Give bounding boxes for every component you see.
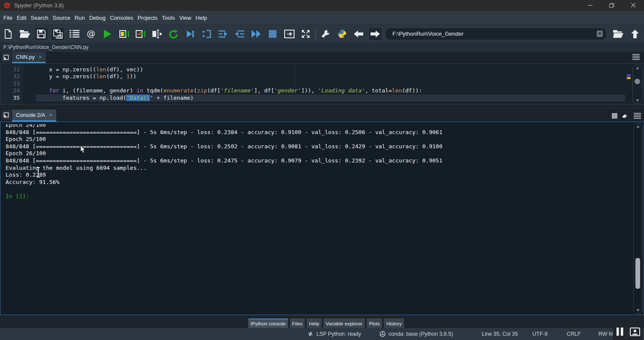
run-cell-button[interactable] (117, 27, 131, 41)
menu-help[interactable]: Help (193, 15, 209, 21)
editor-scrollbar-thumb[interactable] (635, 79, 640, 84)
forward-button[interactable] (368, 27, 382, 41)
menu-source[interactable]: Source (51, 15, 73, 21)
outline-explorer-button[interactable] (67, 27, 81, 41)
continue-execution-button[interactable] (249, 27, 263, 41)
run-file-button[interactable] (100, 27, 114, 41)
run-cell-advance-button[interactable] (134, 27, 147, 41)
close-button[interactable] (623, 0, 644, 11)
menu-consoles[interactable]: Consoles (108, 15, 135, 21)
save-button[interactable] (34, 27, 48, 41)
debug-file-icon (186, 30, 194, 38)
code-line-34: 34 for i, (filename, gender) in tqdm(enu… (0, 87, 625, 95)
remove-variables-icon[interactable] (621, 112, 629, 119)
run-selection-button[interactable] (150, 27, 164, 41)
menu-run[interactable]: Run (73, 15, 87, 21)
code-editor[interactable]: 31 x = np.zeros((len(df), vec))32 y = np… (0, 63, 644, 104)
console-tab[interactable]: Console 2/A × (12, 110, 56, 122)
debug-cell-button[interactable] (200, 27, 213, 41)
console-output-line: Accuracy: 91.56% (6, 179, 631, 186)
menu-view[interactable]: View (177, 15, 193, 21)
stop-debug-button[interactable] (266, 27, 279, 41)
browse-tabs-button[interactable] (2, 53, 11, 62)
outline-explorer-icon (70, 30, 79, 38)
open-file-button[interactable] (18, 27, 32, 41)
maximize-pane-button[interactable] (283, 27, 296, 41)
main-toolbar: @ F:\PythonRun\Voice_Gender (0, 25, 644, 43)
conda-icon (380, 331, 386, 337)
step-over-icon (218, 30, 228, 38)
scroll-flag-area (626, 64, 632, 104)
screenshot-overlay-button[interactable] (627, 323, 643, 340)
rerun-cell-button[interactable] (167, 27, 180, 41)
open-dir-button[interactable] (611, 27, 625, 41)
pane-tab-bar: IPython consoleFilesHelpVariable explore… (248, 319, 404, 328)
window-title: Spyder (Python 3.8) (14, 2, 64, 9)
minimize-button[interactable] (580, 0, 601, 11)
save-all-button[interactable] (51, 27, 65, 41)
code-line-33: 33 (0, 80, 625, 88)
code-line-31: 31 x = np.zeros((len(df), vec)) (0, 66, 625, 74)
step-over-button[interactable] (216, 27, 230, 41)
scroll-flag-orange (627, 77, 631, 79)
pane-tab-files[interactable]: Files (290, 319, 305, 328)
tab-close-icon[interactable]: × (39, 54, 42, 60)
editor-tab-cnn[interactable]: CNN.py × (12, 52, 46, 63)
parent-dir-button[interactable] (628, 27, 642, 41)
menu-tools[interactable]: Tools (160, 15, 177, 21)
back-button[interactable] (352, 27, 365, 41)
rerun-cell-icon (168, 29, 179, 39)
find-symbols-button[interactable]: @ (84, 27, 98, 41)
debug-file-button[interactable] (183, 27, 197, 41)
status-bar: LSP Python: ready conda: base (Python 3.… (0, 328, 644, 340)
run-cell-icon (119, 29, 129, 39)
open-file-icon (19, 29, 30, 39)
new-file-icon (3, 29, 13, 39)
open-dir-icon (613, 29, 624, 39)
pane-tab-plots[interactable]: Plots (367, 319, 383, 328)
pane-tab-history[interactable]: History (384, 319, 404, 328)
console-scrollbar-thumb[interactable] (635, 258, 640, 289)
console-tab-close-icon[interactable]: × (49, 112, 52, 118)
pane-tab-variable-explorer[interactable]: Variable explorer (323, 319, 365, 328)
menu-edit[interactable]: Edit (15, 15, 28, 21)
menu-file[interactable]: File (1, 15, 15, 21)
find-symbols-icon: @ (86, 29, 96, 39)
cursor-position-status: Line 35, Col 35 (482, 328, 518, 340)
console-browse-tabs-button[interactable] (2, 110, 11, 119)
menu-search[interactable]: Search (28, 15, 50, 21)
step-into-button[interactable] (233, 27, 246, 41)
console-options-icon[interactable] (633, 112, 641, 119)
preferences-icon (321, 29, 330, 39)
line-number: 32 (0, 73, 20, 80)
python-env-icon (337, 29, 347, 39)
console-output-line: Epoch 26/100 (6, 150, 631, 157)
code-line-32: 32 y = np.zeros((len(df), 1)) (0, 73, 625, 80)
mouse-cursor (80, 145, 86, 155)
editor-scrollbar[interactable] (632, 64, 643, 104)
console-output-line: Evaluating the model using 6694 samples.… (6, 165, 631, 172)
spyder-app-icon (4, 2, 10, 9)
preferences-button[interactable] (319, 27, 332, 41)
new-file-button[interactable] (1, 27, 15, 41)
fullscreen-button[interactable] (299, 27, 313, 41)
working-directory-dropdown[interactable] (597, 31, 603, 37)
menu-bar: FileEditSearchSourceRunDebugConsolesProj… (0, 11, 644, 25)
pane-tab-help[interactable]: Help (307, 319, 322, 328)
maximize-pane-icon (284, 29, 295, 39)
code-line-35: 35 features = np.load('Data\\' + filenam… (0, 95, 625, 102)
menu-projects[interactable]: Projects (135, 15, 160, 21)
console-scrollbar[interactable] (633, 123, 643, 314)
run-cell-advance-icon (135, 29, 146, 39)
restore-button[interactable] (601, 0, 623, 11)
stop-debug-icon (268, 30, 277, 38)
python-env-button[interactable] (335, 27, 349, 41)
line-number: 31 (0, 66, 20, 74)
working-directory-input[interactable]: F:\PythonRun\Voice_Gender (386, 28, 606, 40)
ipython-console[interactable]: Epoch 24/100848/848 [===================… (0, 122, 644, 315)
editor-options-icon[interactable] (632, 54, 641, 61)
menu-debug[interactable]: Debug (87, 15, 108, 21)
pause-overlay-button[interactable] (613, 323, 627, 340)
pane-tab-ipython-console[interactable]: IPython console (248, 319, 288, 328)
interrupt-kernel-icon[interactable] (610, 112, 619, 119)
